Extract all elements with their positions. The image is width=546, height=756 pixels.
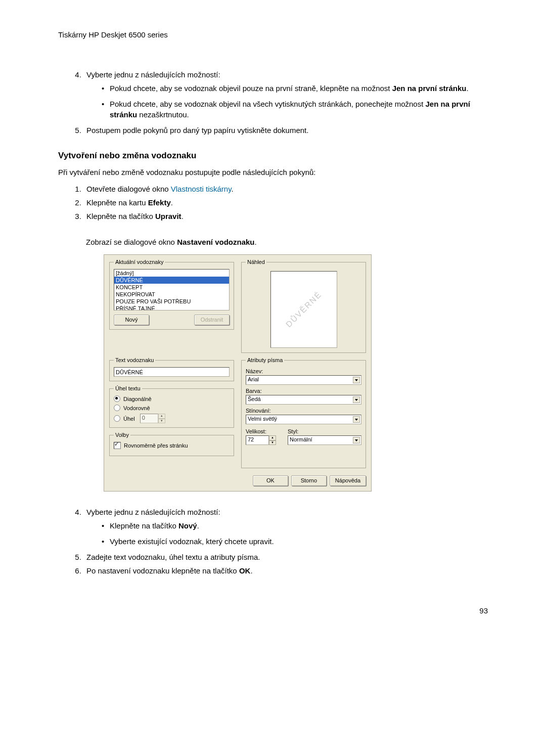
group-legend: Náhled xyxy=(246,259,266,265)
bullet-list: Klepněte na tlačítko Nový. Vyberte exist… xyxy=(86,520,488,547)
list-item-duverne[interactable]: DŮVĚRNÉ xyxy=(114,277,229,284)
text: Zobrazí se dialogové okno xyxy=(86,238,177,246)
group-legend: Text vodoznaku xyxy=(114,357,155,363)
text: Vyberte jednu z následujících možností: xyxy=(86,70,220,79)
document-header: Tiskárny HP Deskjet 6500 series xyxy=(58,30,488,39)
group-legend: Aktuální vodoznaky xyxy=(114,259,165,265)
text: Po nastavení vodoznaku klepněte na tlačí… xyxy=(86,566,239,575)
list-item-none[interactable]: [žádný] xyxy=(114,270,229,277)
watermark-text-input[interactable] xyxy=(114,367,230,377)
text: . xyxy=(250,566,252,575)
page-number: 93 xyxy=(58,606,488,615)
list-item-nekopirovat[interactable]: NEKOPÍROVAT xyxy=(114,291,229,298)
group-legend: Volby xyxy=(114,432,130,438)
checkbox-icon xyxy=(114,442,121,449)
spinner-up-icon[interactable]: ▲ xyxy=(158,414,165,419)
radio-label: Vodorovně xyxy=(123,405,150,411)
font-color-label: Barva: xyxy=(246,388,361,394)
printer-properties-link[interactable]: Vlastnosti tiskárny xyxy=(171,185,232,193)
font-style-label: Styl: xyxy=(288,428,361,434)
list-item: Vyberte jednu z následujících možností: … xyxy=(83,69,488,120)
list-item: Pokud chcete, aby se vodoznak objevil na… xyxy=(102,99,488,120)
text: . xyxy=(232,185,234,193)
bold-text: Efekty xyxy=(148,198,171,207)
ok-button[interactable]: OK xyxy=(253,475,288,486)
text-angle-group: Úhel textu Diagonálně Vodorovně Úhel xyxy=(109,385,234,428)
radio-horizontal[interactable]: Vodorovně xyxy=(114,405,230,411)
list-item-koncept[interactable]: KONCEPT xyxy=(114,284,229,291)
angle-spinner[interactable]: 0 ▲ ▼ xyxy=(140,414,165,423)
list-item: Klepněte na tlačítko Nový. xyxy=(102,520,488,531)
preview-watermark-text: DŮVĚRNÉ xyxy=(284,290,324,329)
text: . xyxy=(197,521,199,530)
list-item: Vyberte jednu z následujících možností: … xyxy=(83,507,488,547)
help-button[interactable]: Nápověda xyxy=(330,475,366,486)
list-item-pouze[interactable]: POUZE PRO VAŠI POTŘEBU xyxy=(114,298,229,305)
preview-group: Náhled DŮVĚRNÉ xyxy=(241,259,366,353)
text: Vyberte existující vodoznak, který chcet… xyxy=(110,537,274,546)
text: . xyxy=(171,198,173,207)
list-item-prisne[interactable]: PŘÍSNĚ TAJNÉ xyxy=(114,305,229,310)
bullet-list: Pokud chcete, aby se vodoznak objevil po… xyxy=(86,83,488,120)
text: . xyxy=(181,212,184,220)
sub-paragraph: Zobrazí se dialogové okno Nastavení vodo… xyxy=(86,237,488,247)
bold-text: Nastavení vodoznaku xyxy=(177,238,254,246)
text: Pokud chcete, aby se vodoznak objevil po… xyxy=(110,84,392,93)
text: Klepněte na tlačítko xyxy=(110,521,178,530)
spinner-up-icon[interactable]: ▲ xyxy=(269,435,276,440)
even-across-page-checkbox[interactable]: Rovnoměrně přes stránku xyxy=(114,442,230,449)
bold-text: Jen na první stránku xyxy=(392,84,467,93)
angle-input[interactable]: 0 xyxy=(140,414,158,423)
list-item: Zadejte text vodoznaku, úhel textu a atr… xyxy=(83,552,488,562)
text: Klepněte na kartu xyxy=(86,198,148,207)
radio-diagonal[interactable]: Diagonálně xyxy=(114,395,230,402)
watermark-listbox[interactable]: [žádný] DŮVĚRNÉ KONCEPT NEKOPÍROVAT POUZ… xyxy=(114,269,230,310)
font-size-spinner[interactable]: 72 ▲ ▼ xyxy=(246,435,276,445)
bold-text: OK xyxy=(239,566,251,575)
text: . xyxy=(255,238,257,246)
font-color-select[interactable]: Šedá xyxy=(246,395,361,405)
spinner-down-icon[interactable]: ▼ xyxy=(158,419,165,424)
font-name-select[interactable]: Arial xyxy=(246,375,361,385)
list-item: Klepněte na kartu Efekty. xyxy=(83,197,488,208)
delete-button[interactable]: Odstranit xyxy=(194,315,230,325)
instruction-list-3: Vyberte jednu z následujících možností: … xyxy=(58,507,488,576)
watermark-settings-dialog: Aktuální vodoznaky [žádný] DŮVĚRNÉ KONCE… xyxy=(104,254,372,492)
font-shade-select[interactable]: Velmi světlý xyxy=(246,415,361,424)
radio-icon xyxy=(114,395,120,402)
radio-custom-angle[interactable]: Úhel xyxy=(114,415,135,422)
section-heading: Vytvoření nebo změna vodoznaku xyxy=(58,151,488,161)
spinner-down-icon[interactable]: ▼ xyxy=(269,440,276,446)
font-size-label: Velikost: xyxy=(246,428,283,434)
group-legend: Úhel textu xyxy=(114,385,142,391)
watermark-text-group: Text vodoznaku xyxy=(109,357,234,381)
instruction-list-1: Vyberte jednu z následujících možností: … xyxy=(58,69,488,136)
list-item: Postupem podle pokynů pro daný typ papír… xyxy=(83,125,488,136)
cancel-button[interactable]: Storno xyxy=(291,475,327,486)
checkbox-label: Rovnoměrně přes stránku xyxy=(124,442,188,449)
dialog-footer: OK Storno Nápověda xyxy=(109,475,366,486)
radio-icon xyxy=(114,415,120,422)
new-button[interactable]: Nový xyxy=(114,315,149,325)
radio-label: Úhel xyxy=(123,416,135,422)
text: nezaškrtnutou. xyxy=(137,110,189,119)
text: Vyberte jednu z následujících možností: xyxy=(86,508,220,516)
font-shade-label: Stínování: xyxy=(246,408,361,414)
font-size-input[interactable]: 72 xyxy=(246,435,269,445)
font-attributes-group: Atributy písma Název: Arial Barva: Šedá … xyxy=(241,357,366,468)
radio-label: Diagonálně xyxy=(123,396,152,402)
bold-text: Nový xyxy=(178,521,197,530)
text: Postupem podle pokynů pro daný typ papír… xyxy=(86,126,308,135)
instruction-list-2: Otevřete dialogové okno Vlastnosti tiská… xyxy=(58,184,488,221)
bold-text: Upravit xyxy=(155,212,181,220)
list-item: Otevřete dialogové okno Vlastnosti tiská… xyxy=(83,184,488,194)
font-style-select[interactable]: Normální xyxy=(288,435,361,445)
text: Klepněte na tlačítko xyxy=(86,212,155,220)
radio-icon xyxy=(114,405,120,411)
text: Otevřete dialogové okno xyxy=(86,185,171,193)
list-item: Pokud chcete, aby se vodoznak objevil po… xyxy=(102,83,488,94)
list-item: Po nastavení vodoznaku klepněte na tlačí… xyxy=(83,565,488,576)
list-item: Klepněte na tlačítko Upravit. xyxy=(83,211,488,221)
intro-paragraph: Při vytváření nebo změně vodoznaku postu… xyxy=(58,167,488,177)
text: . xyxy=(466,84,468,93)
